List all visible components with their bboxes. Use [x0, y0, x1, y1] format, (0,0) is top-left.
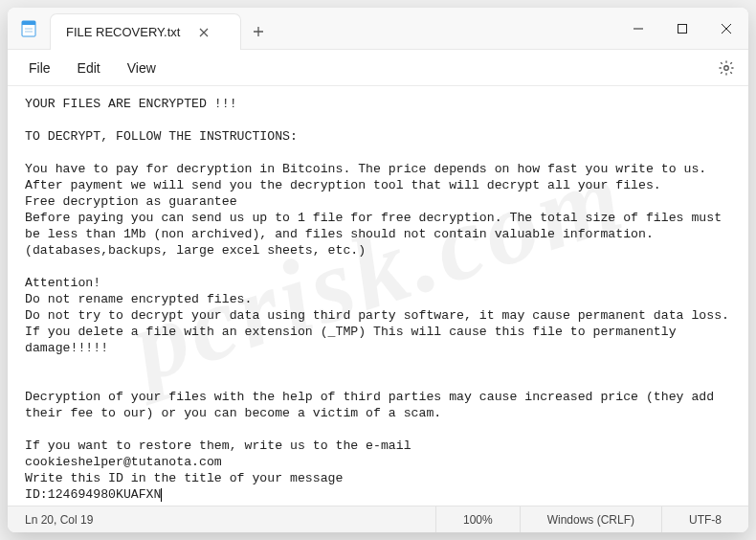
- status-bar: Ln 20, Col 19 100% Windows (CRLF) UTF-8: [8, 506, 748, 532]
- text-line: Write this ID in the title of your messa…: [25, 471, 343, 485]
- document-tab[interactable]: FILE RECOVERY.txt: [50, 13, 241, 50]
- text-line: After payment we will send you the decry…: [25, 178, 661, 192]
- close-window-button[interactable]: [704, 8, 748, 50]
- notepad-app-icon: [8, 8, 50, 49]
- text-line: Do not try to decrypt your data using th…: [25, 308, 729, 323]
- text-editor-area[interactable]: YOUR FILES ARE ENCRYPTED !!! TO DECRYPT,…: [8, 86, 748, 506]
- tab-title: FILE RECOVERY.txt: [66, 25, 180, 39]
- encoding[interactable]: UTF-8: [661, 506, 748, 532]
- menu-bar: File Edit View: [8, 50, 748, 86]
- zoom-level[interactable]: 100%: [435, 506, 520, 532]
- text-line: You have to pay for decryption in Bitcoi…: [25, 162, 706, 176]
- text-line: Attention!: [25, 276, 100, 290]
- cursor-position: Ln 20, Col 19: [8, 513, 93, 527]
- text-line: (databases,backups, large excel sheets, …: [25, 243, 366, 258]
- text-line: Free decryption as guarantee: [25, 194, 237, 209]
- menu-file[interactable]: File: [15, 55, 64, 81]
- text-line: If you delete a file with an extension (…: [25, 325, 684, 355]
- text-caret: [161, 488, 162, 502]
- minimize-button[interactable]: [616, 8, 660, 50]
- text-line: ID:124694980KUAFXN: [25, 487, 161, 502]
- text-line: TO DECRYPT, FOLLOW THE INSTRUCTIONS:: [25, 129, 298, 144]
- svg-rect-5: [678, 25, 687, 34]
- notepad-window: FILE RECOVERY.txt File Edit View: [8, 8, 748, 532]
- menu-view[interactable]: View: [114, 55, 169, 81]
- svg-point-6: [724, 65, 729, 70]
- settings-button[interactable]: [712, 54, 741, 82]
- maximize-button[interactable]: [660, 8, 704, 50]
- text-line: If you want to restore them, write us to…: [25, 439, 411, 453]
- close-tab-icon[interactable]: [193, 22, 214, 43]
- new-tab-button[interactable]: [241, 13, 276, 49]
- text-line: cookieshelper@tutanota.com: [25, 455, 222, 469]
- text-line: Decryption of your files with the help o…: [25, 390, 722, 420]
- text-line: YOUR FILES ARE ENCRYPTED !!!: [25, 97, 237, 111]
- text-line: Before paying you can send us up to 1 fi…: [25, 211, 729, 241]
- line-ending[interactable]: Windows (CRLF): [520, 506, 661, 532]
- menu-edit[interactable]: Edit: [64, 55, 114, 81]
- text-line: Do not rename encrypted files.: [25, 292, 252, 306]
- title-bar: FILE RECOVERY.txt: [8, 8, 748, 50]
- svg-rect-1: [22, 21, 35, 25]
